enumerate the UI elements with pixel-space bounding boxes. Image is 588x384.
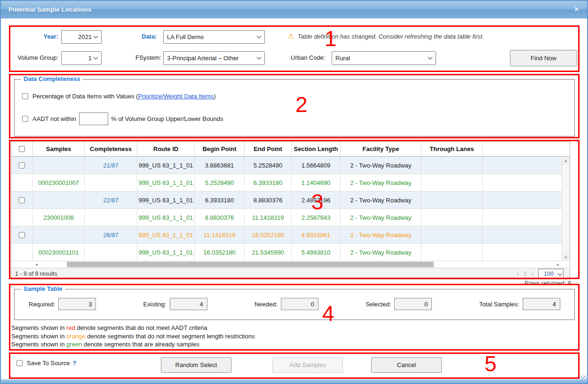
scroll-left-icon[interactable]: ◄ — [33, 261, 40, 268]
urban-code-label: Urban Code: — [291, 54, 326, 61]
cell-through-lanes — [421, 174, 483, 191]
cell-end-point: 11.1418319 — [245, 209, 292, 226]
save-to-source-checkbox[interactable] — [16, 360, 23, 366]
percentage-data-items-checkbox[interactable] — [22, 93, 28, 99]
help-icon[interactable]: ? — [73, 360, 77, 367]
table-row: 230001008999_US 63_1_1_018.883037611.141… — [11, 209, 570, 226]
column-header-end-point: End Point — [245, 142, 292, 156]
table-row: 000230001101999_US 63_1_1_0116.035218021… — [11, 244, 570, 261]
chevron-down-icon — [94, 34, 98, 39]
cell-section-length: 1.5664809 — [292, 157, 341, 174]
sample-field-label: Existing: — [143, 301, 167, 308]
dialog-titlebar[interactable]: Potential Sample Locations ✕ — [1, 1, 587, 18]
cell-through-lanes — [421, 209, 483, 226]
cell-samples — [33, 157, 85, 174]
sample-field-needed: Needed:0 — [254, 298, 318, 310]
fsystem-select[interactable]: 3-Principal Arterial – Other — [163, 51, 265, 65]
cell-facility-type: 2 - Two-Way Roadway — [341, 174, 421, 191]
data-label: Data: — [142, 33, 157, 40]
column-header-through-lanes: Through Lanes — [421, 142, 483, 156]
year-value: 2021 — [65, 33, 94, 40]
scroll-up-icon[interactable]: ▲ — [562, 157, 570, 164]
find-now-button[interactable]: Find Now — [510, 50, 577, 66]
cell-samples — [33, 192, 85, 208]
column-header-facility-type: Facility Type — [341, 142, 421, 156]
cell-begin-point: 3.6863681 — [195, 157, 245, 174]
cell-through-lanes — [421, 157, 483, 174]
sample-field-value: 0 — [394, 298, 432, 310]
table-row: 21/87999_US 63_1_1_013.68636815.25284901… — [11, 157, 570, 174]
column-header-filler — [483, 142, 570, 156]
cell-section-length: 4.8933861 — [292, 226, 341, 243]
prioritize-weight-link[interactable]: Prioritize/Weight Data Items — [138, 93, 214, 100]
year-select[interactable]: 2021 — [61, 30, 102, 44]
urban-code-select[interactable]: Rural — [332, 51, 436, 65]
save-to-source-label: Save To Source — [27, 360, 70, 367]
cell-end-point: 6.3933180 — [245, 174, 292, 191]
cell-filler — [483, 157, 570, 174]
page-size-select[interactable]: 100 — [538, 269, 564, 279]
cell-through-lanes — [421, 192, 483, 208]
row-checkbox[interactable] — [19, 162, 25, 168]
add-samples-button[interactable]: Add Samples — [272, 357, 343, 373]
page-size-value: 100 — [544, 271, 554, 277]
scroll-right-icon[interactable]: ► — [555, 261, 562, 268]
column-header-begin-point: Begin Point — [195, 142, 245, 156]
select-all-checkbox[interactable] — [19, 146, 25, 152]
scroll-down-icon[interactable]: ▼ — [562, 254, 570, 261]
row-checkbox-cell — [11, 192, 33, 208]
resize-grip-icon[interactable] — [580, 376, 587, 383]
cell-facility-type: 2 - Two-Way Roadway — [341, 192, 421, 208]
prev-page-icon[interactable]: ‹ — [517, 271, 519, 277]
current-page[interactable]: 1 — [524, 271, 527, 277]
cell-facility-type: 2 - Two-Way Roadway — [341, 226, 421, 243]
table-definition-warning: ⚠ Table definition has changed. Consider… — [288, 32, 484, 40]
sample-field-value: 4 — [523, 298, 560, 310]
cell-facility-type: 2 - Two-Way Roadway — [341, 209, 421, 226]
cancel-button[interactable]: Cancel — [371, 357, 442, 373]
vertical-scrollbar[interactable]: ▲ ▼ — [562, 157, 570, 261]
cell-begin-point: 8.8830376 — [195, 209, 245, 226]
cell-facility-type: 2 - Two-Way Roadway — [341, 244, 421, 261]
column-header-section-length: Section Length — [292, 142, 341, 156]
data-select[interactable]: LA Full Demo — [163, 30, 265, 44]
aadt-not-within-checkbox[interactable] — [22, 116, 28, 122]
next-page-icon[interactable]: › — [532, 271, 533, 277]
cell-route-id: 999_US 63_1_1_01 — [137, 157, 195, 174]
aadt-percent-input[interactable] — [79, 112, 108, 125]
fsystem-value: 3-Principal Arterial – Other — [167, 55, 257, 62]
dialog-title: Potential Sample Locations — [8, 6, 91, 13]
row-checkbox-cell — [11, 244, 33, 261]
table-row: 26/87999_US 63_1_1_0111.141831916.035218… — [11, 226, 570, 244]
cell-completeness[interactable]: 26/87 — [85, 226, 137, 243]
row-checkbox[interactable] — [19, 197, 25, 203]
cell-begin-point: 16.0352180 — [195, 244, 245, 261]
volume-group-select[interactable]: 1 — [61, 51, 102, 65]
sample-field-existing: Existing:4 — [143, 298, 207, 310]
table-row: 22/87999_US 63_1_1_016.39331808.88303762… — [11, 192, 570, 209]
cell-end-point: 21.5345990 — [245, 244, 292, 261]
cell-completeness — [85, 244, 137, 261]
cell-completeness — [85, 209, 137, 226]
color-word-red: red — [66, 324, 75, 331]
cell-route-id: 999_US 63_1_1_01 — [137, 192, 195, 208]
color-legend-line: Segments shown in green denote segments … — [11, 340, 254, 349]
horizontal-scroll-thumb[interactable] — [67, 262, 434, 267]
percentage-data-items-label: Percentage of Data Items with Values (Pr… — [32, 93, 216, 100]
chevron-down-icon — [428, 55, 433, 60]
color-legend-line: Segments shown in orange denote segments… — [11, 332, 254, 341]
close-icon[interactable]: ✕ — [573, 5, 580, 14]
sample-field-total-samples: Total Samples:4 — [479, 298, 560, 310]
random-select-button[interactable]: Random Select — [161, 357, 231, 373]
cell-completeness[interactable]: 21/87 — [85, 157, 137, 174]
row-checkbox[interactable] — [19, 232, 25, 238]
cell-route-id: 999_US 63_1_1_01 — [137, 244, 195, 261]
data-completeness-legend: Data Completeness — [21, 75, 83, 82]
sample-field-value: 0 — [281, 298, 318, 310]
horizontal-scrollbar[interactable]: ◄ ► — [11, 261, 570, 268]
cell-completeness[interactable]: 22/87 — [85, 192, 137, 208]
cell-facility-type: 2 - Two-Way Roadway — [341, 157, 421, 174]
cell-section-length: 2.4897196 — [292, 192, 341, 208]
sample-field-label: Required: — [29, 301, 55, 308]
warning-text: Table definition has changed. Consider r… — [297, 33, 484, 40]
